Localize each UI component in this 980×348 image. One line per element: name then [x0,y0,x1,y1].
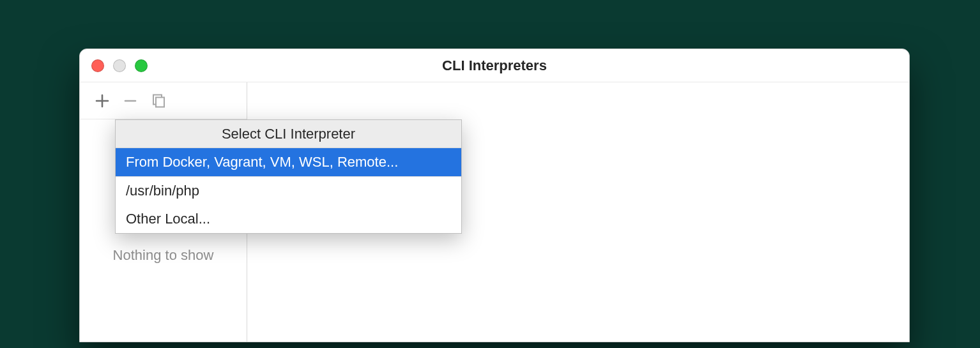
minimize-window-button[interactable] [113,59,126,72]
zoom-window-button[interactable] [135,59,148,72]
popup-item-label: /usr/bin/php [126,183,199,199]
popup-item-other-local[interactable]: Other Local... [116,205,461,233]
svg-rect-1 [156,97,164,107]
minus-icon [123,94,137,108]
popup-item-label: Other Local... [126,211,210,227]
plus-icon [95,94,109,108]
select-cli-interpreter-popup: Select CLI Interpreter From Docker, Vagr… [115,119,462,234]
close-window-button[interactable] [91,59,104,72]
popup-item-usr-bin-php[interactable]: /usr/bin/php [116,177,461,205]
window-title: CLI Interpreters [442,57,547,74]
copy-button[interactable] [149,91,168,110]
add-button[interactable] [93,91,112,110]
remove-button[interactable] [121,91,140,110]
popup-title: Select CLI Interpreter [116,120,461,148]
traffic-lights [91,59,148,72]
copy-icon [151,94,165,108]
popup-item-remote[interactable]: From Docker, Vagrant, VM, WSL, Remote... [116,148,461,176]
popup-item-label: From Docker, Vagrant, VM, WSL, Remote... [126,154,398,170]
list-toolbar [80,82,247,119]
titlebar: CLI Interpreters [80,49,909,82]
